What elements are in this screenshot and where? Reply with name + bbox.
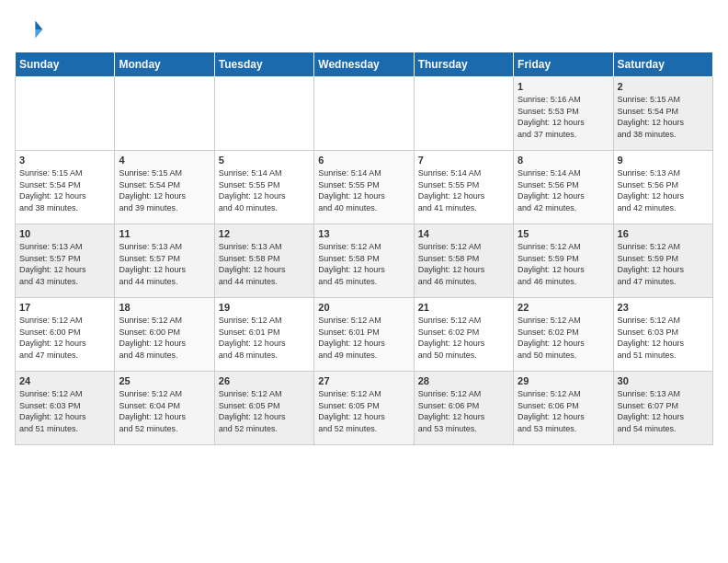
week-row-3: 10Sunrise: 5:13 AM Sunset: 5:57 PM Dayli… xyxy=(16,224,713,298)
day-cell: 11Sunrise: 5:13 AM Sunset: 5:57 PM Dayli… xyxy=(115,224,214,298)
day-cell: 2Sunrise: 5:15 AM Sunset: 5:54 PM Daylig… xyxy=(613,77,712,151)
week-row-2: 3Sunrise: 5:15 AM Sunset: 5:54 PM Daylig… xyxy=(16,151,713,224)
day-number: 6 xyxy=(318,155,409,166)
day-number: 10 xyxy=(19,228,110,239)
day-info: Sunrise: 5:12 AM Sunset: 6:06 PM Dayligh… xyxy=(518,388,609,434)
day-number: 24 xyxy=(19,375,110,386)
day-number: 22 xyxy=(518,302,609,313)
day-info: Sunrise: 5:13 AM Sunset: 5:58 PM Dayligh… xyxy=(219,241,310,287)
day-number: 20 xyxy=(318,302,409,313)
day-info: Sunrise: 5:12 AM Sunset: 6:05 PM Dayligh… xyxy=(318,388,409,434)
day-info: Sunrise: 5:12 AM Sunset: 5:59 PM Dayligh… xyxy=(618,241,709,287)
day-cell: 8Sunrise: 5:14 AM Sunset: 5:56 PM Daylig… xyxy=(514,151,613,224)
day-info: Sunrise: 5:12 AM Sunset: 6:03 PM Dayligh… xyxy=(618,315,709,361)
day-info: Sunrise: 5:13 AM Sunset: 6:07 PM Dayligh… xyxy=(618,388,709,434)
svg-marker-0 xyxy=(35,20,42,29)
day-cell xyxy=(115,77,214,151)
day-number: 18 xyxy=(119,302,210,313)
day-number: 19 xyxy=(219,302,310,313)
day-cell: 27Sunrise: 5:12 AM Sunset: 6:05 PM Dayli… xyxy=(314,372,414,445)
day-number: 11 xyxy=(119,228,210,239)
header-row: SundayMondayTuesdayWednesdayThursdayFrid… xyxy=(16,52,713,77)
day-cell: 5Sunrise: 5:14 AM Sunset: 5:55 PM Daylig… xyxy=(214,151,313,224)
day-info: Sunrise: 5:13 AM Sunset: 5:57 PM Dayligh… xyxy=(19,241,110,287)
day-info: Sunrise: 5:12 AM Sunset: 6:02 PM Dayligh… xyxy=(518,315,609,361)
day-cell: 15Sunrise: 5:12 AM Sunset: 5:59 PM Dayli… xyxy=(514,224,613,298)
calendar-body: 1Sunrise: 5:16 AM Sunset: 5:53 PM Daylig… xyxy=(16,77,713,445)
day-number: 14 xyxy=(418,228,509,239)
day-cell: 21Sunrise: 5:12 AM Sunset: 6:02 PM Dayli… xyxy=(414,298,513,372)
week-row-5: 24Sunrise: 5:12 AM Sunset: 6:03 PM Dayli… xyxy=(16,372,713,445)
day-number: 3 xyxy=(19,155,110,166)
day-number: 1 xyxy=(518,81,609,92)
day-cell: 25Sunrise: 5:12 AM Sunset: 6:04 PM Dayli… xyxy=(115,372,214,445)
day-number: 17 xyxy=(19,302,110,313)
week-row-4: 17Sunrise: 5:12 AM Sunset: 6:00 PM Dayli… xyxy=(16,298,713,372)
day-number: 27 xyxy=(318,375,409,386)
svg-marker-1 xyxy=(35,29,42,39)
day-info: Sunrise: 5:12 AM Sunset: 6:05 PM Dayligh… xyxy=(219,388,310,434)
day-info: Sunrise: 5:12 AM Sunset: 6:00 PM Dayligh… xyxy=(119,315,210,361)
day-cell: 1Sunrise: 5:16 AM Sunset: 5:53 PM Daylig… xyxy=(514,77,613,151)
day-number: 29 xyxy=(518,375,609,386)
day-info: Sunrise: 5:13 AM Sunset: 5:57 PM Dayligh… xyxy=(119,241,210,287)
header-saturday: Saturday xyxy=(613,52,712,77)
day-cell xyxy=(314,77,414,151)
day-cell: 10Sunrise: 5:13 AM Sunset: 5:57 PM Dayli… xyxy=(16,224,115,298)
day-cell: 9Sunrise: 5:13 AM Sunset: 5:56 PM Daylig… xyxy=(613,151,712,224)
day-cell: 4Sunrise: 5:15 AM Sunset: 5:54 PM Daylig… xyxy=(115,151,214,224)
day-number: 12 xyxy=(219,228,310,239)
day-cell: 24Sunrise: 5:12 AM Sunset: 6:03 PM Dayli… xyxy=(16,372,115,445)
day-number: 26 xyxy=(219,375,310,386)
day-info: Sunrise: 5:15 AM Sunset: 5:54 PM Dayligh… xyxy=(19,167,110,213)
page-header xyxy=(15,15,713,44)
day-info: Sunrise: 5:15 AM Sunset: 5:54 PM Dayligh… xyxy=(119,167,210,213)
day-cell: 26Sunrise: 5:12 AM Sunset: 6:05 PM Dayli… xyxy=(214,372,313,445)
header-thursday: Thursday xyxy=(414,52,513,77)
day-info: Sunrise: 5:12 AM Sunset: 6:03 PM Dayligh… xyxy=(19,388,110,434)
day-cell: 16Sunrise: 5:12 AM Sunset: 5:59 PM Dayli… xyxy=(613,224,712,298)
day-cell: 29Sunrise: 5:12 AM Sunset: 6:06 PM Dayli… xyxy=(514,372,613,445)
header-tuesday: Tuesday xyxy=(214,52,313,77)
day-number: 2 xyxy=(618,81,709,92)
header-wednesday: Wednesday xyxy=(314,52,414,77)
day-cell: 6Sunrise: 5:14 AM Sunset: 5:55 PM Daylig… xyxy=(314,151,414,224)
day-info: Sunrise: 5:12 AM Sunset: 6:02 PM Dayligh… xyxy=(418,315,509,361)
day-info: Sunrise: 5:12 AM Sunset: 6:04 PM Dayligh… xyxy=(119,388,210,434)
day-cell xyxy=(214,77,313,151)
day-info: Sunrise: 5:12 AM Sunset: 6:01 PM Dayligh… xyxy=(219,315,310,361)
day-info: Sunrise: 5:12 AM Sunset: 5:58 PM Dayligh… xyxy=(418,241,509,287)
day-number: 16 xyxy=(618,228,709,239)
day-number: 7 xyxy=(418,155,509,166)
day-cell: 30Sunrise: 5:13 AM Sunset: 6:07 PM Dayli… xyxy=(613,372,712,445)
day-number: 25 xyxy=(119,375,210,386)
calendar-header: SundayMondayTuesdayWednesdayThursdayFrid… xyxy=(16,52,713,77)
day-number: 21 xyxy=(418,302,509,313)
day-number: 9 xyxy=(618,155,709,166)
header-monday: Monday xyxy=(115,52,214,77)
day-info: Sunrise: 5:16 AM Sunset: 5:53 PM Dayligh… xyxy=(518,94,609,140)
day-cell: 18Sunrise: 5:12 AM Sunset: 6:00 PM Dayli… xyxy=(115,298,214,372)
header-sunday: Sunday xyxy=(16,52,115,77)
day-cell: 28Sunrise: 5:12 AM Sunset: 6:06 PM Dayli… xyxy=(414,372,513,445)
day-cell: 13Sunrise: 5:12 AM Sunset: 5:58 PM Dayli… xyxy=(314,224,414,298)
day-cell: 20Sunrise: 5:12 AM Sunset: 6:01 PM Dayli… xyxy=(314,298,414,372)
day-cell: 3Sunrise: 5:15 AM Sunset: 5:54 PM Daylig… xyxy=(16,151,115,224)
day-number: 4 xyxy=(119,155,210,166)
logo-icon xyxy=(15,15,44,44)
day-info: Sunrise: 5:12 AM Sunset: 6:00 PM Dayligh… xyxy=(19,315,110,361)
day-info: Sunrise: 5:14 AM Sunset: 5:55 PM Dayligh… xyxy=(418,167,509,213)
day-info: Sunrise: 5:12 AM Sunset: 5:58 PM Dayligh… xyxy=(318,241,409,287)
week-row-1: 1Sunrise: 5:16 AM Sunset: 5:53 PM Daylig… xyxy=(16,77,713,151)
day-cell: 22Sunrise: 5:12 AM Sunset: 6:02 PM Dayli… xyxy=(514,298,613,372)
day-info: Sunrise: 5:15 AM Sunset: 5:54 PM Dayligh… xyxy=(618,94,709,140)
day-info: Sunrise: 5:12 AM Sunset: 5:59 PM Dayligh… xyxy=(518,241,609,287)
day-cell: 7Sunrise: 5:14 AM Sunset: 5:55 PM Daylig… xyxy=(414,151,513,224)
day-info: Sunrise: 5:14 AM Sunset: 5:55 PM Dayligh… xyxy=(219,167,310,213)
calendar-table: SundayMondayTuesdayWednesdayThursdayFrid… xyxy=(15,52,713,445)
day-number: 8 xyxy=(518,155,609,166)
day-number: 23 xyxy=(618,302,709,313)
day-cell xyxy=(16,77,115,151)
day-info: Sunrise: 5:14 AM Sunset: 5:55 PM Dayligh… xyxy=(318,167,409,213)
day-number: 13 xyxy=(318,228,409,239)
